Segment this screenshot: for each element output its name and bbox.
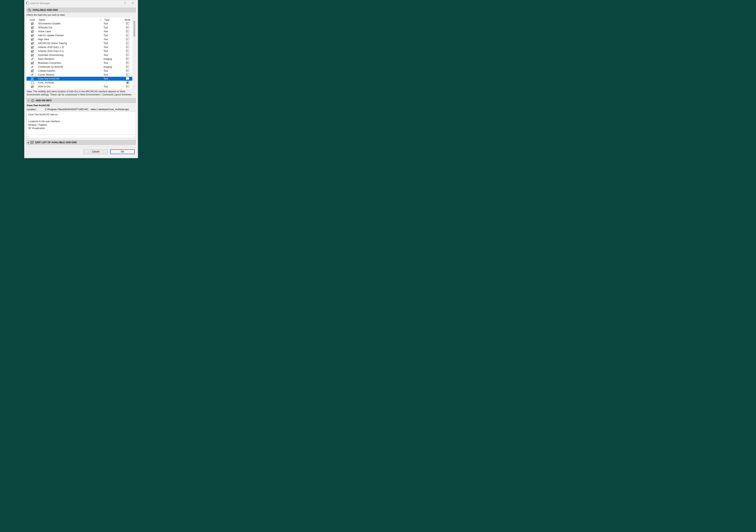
scroll-up-icon[interactable]: ˄ — [133, 112, 135, 114]
checkbox-checked-icon[interactable] — [31, 50, 34, 53]
addon-name: 3Dconnexion Enabler — [38, 22, 104, 25]
addon-mode — [123, 62, 132, 64]
section-info-title: ADD-ON INFO — [36, 99, 52, 102]
addon-mode — [123, 69, 132, 72]
load-cell[interactable] — [27, 30, 38, 33]
addon-type: Tool — [104, 69, 123, 72]
svg-point-6 — [33, 100, 33, 100]
doc-mode-icon — [126, 54, 129, 56]
table-row[interactable]: CineRender by MAXONImaging — [27, 65, 132, 69]
col-name[interactable]: Name ▲ — [38, 18, 104, 21]
table-row[interactable]: Basic RendererImaging — [27, 57, 132, 61]
table-vscrollbar[interactable]: ˄ ˅ — [132, 17, 136, 89]
checkbox-checked-icon[interactable] — [31, 38, 34, 41]
addon-type: Tool — [104, 34, 123, 37]
load-cell[interactable] — [27, 58, 38, 61]
load-cell[interactable] — [27, 46, 38, 49]
doc-mode-icon — [126, 38, 129, 40]
cancel-button[interactable]: Cancel — [84, 149, 108, 154]
table-row[interactable]: Active LayerTool — [27, 30, 132, 34]
doc-mode-icon — [126, 22, 129, 25]
close-button[interactable]: ✕ — [130, 2, 135, 5]
section-addon-info[interactable]: ▼ ADD-ON INFO — [26, 98, 136, 103]
addon-mode — [123, 58, 132, 61]
load-cell[interactable] — [27, 38, 38, 41]
checkbox-checked-icon[interactable] — [31, 78, 34, 80]
table-row[interactable]: DGN In-OutTool — [27, 85, 132, 89]
addon-mode — [123, 22, 132, 25]
svg-point-2 — [29, 9, 30, 10]
addon-name: Artlantis 2020 Out(1.0.1) — [38, 50, 104, 53]
addon-name: Bluebeam Connection — [38, 62, 104, 64]
col-type[interactable]: Type — [104, 18, 123, 21]
table-row[interactable]: Artlantis 2020 Out(1.0.1)Tool — [27, 49, 132, 53]
load-cell[interactable] — [27, 62, 38, 64]
load-cell[interactable] — [27, 85, 38, 88]
desc-line: Window / Palettes — [28, 123, 131, 127]
scroll-thumb[interactable] — [133, 21, 135, 37]
table-row[interactable]: Cove_Archicad — [27, 81, 132, 85]
checkbox-checked-icon[interactable] — [31, 86, 34, 88]
section-edit-list[interactable]: ▶ EDIT LIST OF AVAILABLE ADD-ONS — [26, 140, 136, 145]
doc-mode-icon — [126, 42, 129, 44]
load-cell[interactable] — [27, 81, 38, 84]
checkbox-checked-icon[interactable] — [31, 42, 34, 45]
load-cell[interactable] — [27, 77, 38, 80]
selected-addon-name: Cove.Tool ArchiCAD — [27, 104, 135, 107]
addon-name: CineRender by MAXON — [38, 65, 104, 68]
addon-type: Tool — [104, 30, 123, 33]
load-cell[interactable] — [27, 65, 38, 68]
col-mode[interactable]: Mode — [123, 18, 132, 21]
caret-right-icon: ▶ — [28, 141, 29, 144]
desc-hscrollbar[interactable]: < > — [26, 135, 136, 138]
table-row[interactable]: Collada importerTool — [27, 69, 132, 73]
load-cell[interactable] — [27, 26, 38, 29]
table-row[interactable]: Automatic DimensioningTool — [27, 53, 132, 57]
table-row[interactable]: ARCHICAD Online TrainingTool — [27, 41, 132, 45]
load-cell[interactable] — [27, 42, 38, 45]
ok-button[interactable]: OK — [110, 149, 135, 154]
load-cell[interactable] — [27, 50, 38, 53]
addon-name: Add-On Update Checker — [38, 34, 104, 37]
table-row[interactable]: Add-On Update CheckerTool — [27, 34, 132, 38]
help-button[interactable]: ? — [123, 2, 127, 5]
col-load[interactable]: Load — [27, 18, 38, 21]
checkbox-checked-icon[interactable] — [31, 22, 34, 25]
section-available-addons[interactable]: AVAILABLE ADD-ONS — [26, 8, 136, 13]
instruction-text: Check the Add-Ons you wish to load: — [26, 13, 136, 16]
load-cell[interactable] — [27, 34, 38, 37]
desc-line: 3D Visualization — [28, 127, 131, 130]
checkbox-checked-icon[interactable] — [31, 26, 34, 29]
load-cell[interactable] — [27, 73, 38, 76]
table-row[interactable]: Artlantis 2019 Out(1.1.3)Tool — [27, 45, 132, 49]
scroll-left-icon[interactable]: < — [28, 135, 29, 138]
addon-mode — [123, 26, 132, 29]
load-cell[interactable] — [27, 69, 38, 72]
svg-rect-7 — [33, 100, 33, 101]
load-cell[interactable] — [27, 22, 38, 25]
load-cell[interactable] — [27, 54, 38, 57]
addon-type: Tool — [104, 42, 123, 45]
checkbox-checked-icon[interactable] — [31, 30, 34, 33]
addon-type: Imaging — [104, 58, 123, 61]
table-row[interactable]: Align ViewTool — [27, 38, 132, 41]
checkbox-checked-icon[interactable] — [31, 70, 34, 72]
scroll-up-icon[interactable]: ˄ — [134, 17, 135, 20]
table-row[interactable]: Bluebeam ConnectionTool — [27, 61, 132, 65]
checkbox-checked-icon[interactable] — [31, 34, 34, 37]
checkbox-empty-icon[interactable] — [31, 82, 34, 84]
table-row[interactable]: Cove.Tool ArchiCADTool — [27, 77, 132, 81]
addon-type: Tool — [104, 77, 123, 80]
scroll-down-icon[interactable]: ˅ — [134, 86, 135, 89]
checkbox-checked-icon[interactable] — [31, 54, 34, 57]
checkbox-checked-icon[interactable] — [31, 46, 34, 49]
table-row[interactable]: 3DStudio OutTool — [27, 26, 132, 30]
scroll-right-icon[interactable]: > — [133, 135, 134, 138]
scroll-down-icon[interactable]: ˅ — [133, 132, 135, 135]
doc-mode-icon — [126, 58, 129, 60]
note-text: Note: The visibility and menu location o… — [27, 90, 135, 96]
desc-vscrollbar[interactable]: ˄ ˅ — [132, 112, 136, 135]
checkbox-checked-icon[interactable] — [31, 62, 34, 64]
table-row[interactable]: Corner WindowTool — [27, 73, 132, 77]
table-row[interactable]: 3Dconnexion EnablerTool — [27, 22, 132, 26]
